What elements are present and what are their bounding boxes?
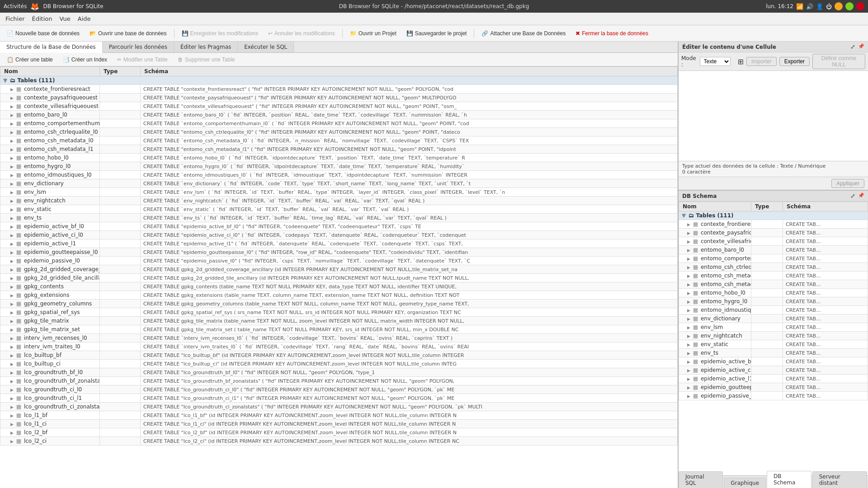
db-schema-row-expand-icon[interactable]: ▶ bbox=[687, 265, 690, 270]
menu-vue[interactable]: Vue bbox=[56, 14, 74, 23]
table-row[interactable]: ▶ ▦ lco_groundtruth_ci_l1 CREATE TABLE "… bbox=[0, 394, 678, 403]
table-row[interactable]: ▶ ▦ lco_l2_bf CREATE TABLE "lco_l2_bf" (… bbox=[0, 428, 678, 437]
mode-select[interactable]: Texte Binaire Null bbox=[700, 57, 731, 66]
row-expand-icon[interactable]: ▶ bbox=[10, 439, 14, 444]
menu-fichier[interactable]: Fichier bbox=[2, 14, 28, 23]
table-row[interactable]: ▶ ▦ lco_groundtruth_bf_l0 CREATE TABLE "… bbox=[0, 368, 678, 377]
row-expand-icon[interactable]: ▶ bbox=[10, 164, 14, 169]
row-expand-icon[interactable]: ▶ bbox=[10, 353, 14, 358]
db-schema-row-expand-icon[interactable]: ▶ bbox=[687, 274, 690, 278]
create-table-button[interactable]: 📋 Créer une table bbox=[3, 55, 57, 64]
row-expand-icon[interactable]: ▶ bbox=[10, 422, 14, 427]
db-schema-row[interactable]: ▶ ▦ entomo_csh_metadata_l1 CREATE TAB... bbox=[679, 280, 868, 289]
db-schema-pin-icon[interactable]: 📌 bbox=[858, 192, 864, 199]
db-schema-expand-tables-icon[interactable]: ▼ bbox=[682, 212, 686, 219]
table-row[interactable]: ▶ ▦ env_ts CREATE TABLE `env_ts` ( `fid`… bbox=[0, 214, 678, 222]
row-expand-icon[interactable]: ▶ bbox=[10, 285, 14, 289]
table-row[interactable]: ▶ ▦ epidemio_goutteepaisse_l0 CREATE TAB… bbox=[0, 248, 678, 257]
tab-db-schema[interactable]: DB Schema bbox=[767, 471, 811, 488]
save-project-button[interactable]: 💾Sauvegarder le projet bbox=[402, 28, 471, 38]
db-schema-row-expand-icon[interactable]: ▶ bbox=[687, 248, 690, 253]
table-row[interactable]: ▶ ▦ lco_groundtruth_ci_zonalstats CREATE… bbox=[0, 403, 678, 411]
db-schema-row-expand-icon[interactable]: ▶ bbox=[687, 231, 690, 235]
table-row[interactable]: ▶ ▦ entomo_csh_metadata_l1 CREATE TABLE … bbox=[0, 145, 678, 154]
row-expand-icon[interactable]: ▶ bbox=[10, 96, 14, 100]
table-row[interactable]: ▶ ▦ epidemio_passive_l0 CREATE TABLE "ep… bbox=[0, 257, 678, 265]
delete-table-button[interactable]: 🗑 Supprimer une Table bbox=[174, 55, 239, 64]
row-expand-icon[interactable]: ▶ bbox=[10, 225, 14, 229]
table-row[interactable]: ▶ ▦ entomo_csh_ctrlequalite_l0 CREATE TA… bbox=[0, 128, 678, 136]
menu-edition[interactable]: Édition bbox=[28, 14, 56, 23]
table-row[interactable]: ▶ ▦ env_static CREATE TABLE `env_static`… bbox=[0, 205, 678, 214]
db-schema-row[interactable]: ▶ ▦ entomo_comportementhumain... CREATE … bbox=[679, 254, 868, 263]
db-schema-row[interactable]: ▶ ▦ contexte_paysafriqueouest CREATE TAB… bbox=[679, 229, 868, 237]
apply-button[interactable]: Appliquer bbox=[831, 179, 864, 188]
db-schema-row[interactable]: ▶ ▦ env_static CREATE TAB... bbox=[679, 340, 868, 349]
db-schema-row-expand-icon[interactable]: ▶ bbox=[687, 351, 690, 356]
row-expand-icon[interactable]: ▶ bbox=[10, 190, 14, 195]
tab-browse[interactable]: Parcourir les données bbox=[103, 42, 174, 52]
table-row[interactable]: ▶ ▦ gpkg_geometry_columns CREATE TABLE g… bbox=[0, 300, 678, 308]
db-schema-row[interactable]: ▶ ▦ entomo_csh_metadata_l0 CREATE TAB... bbox=[679, 272, 868, 280]
row-expand-icon[interactable]: ▶ bbox=[10, 302, 14, 306]
table-row[interactable]: ▶ ▦ epidemio_active_l1 CREATE TABLE "epi… bbox=[0, 239, 678, 248]
db-schema-row-expand-icon[interactable]: ▶ bbox=[687, 360, 690, 364]
db-schema-row[interactable]: ▶ ▦ entomo_hobo_l0 CREATE TAB... bbox=[679, 289, 868, 297]
table-row[interactable]: ▶ ▦ lco_groundtruth_ci_l0 CREATE TABLE "… bbox=[0, 385, 678, 394]
row-expand-icon[interactable]: ▶ bbox=[10, 122, 14, 126]
row-expand-icon[interactable]: ▶ bbox=[10, 199, 14, 203]
db-schema-row-expand-icon[interactable]: ▶ bbox=[687, 368, 690, 373]
row-expand-icon[interactable]: ▶ bbox=[10, 405, 14, 409]
db-schema-row[interactable]: ▶ ▦ env_dictionary CREATE TAB... bbox=[679, 314, 868, 323]
tab-journal-sql[interactable]: Journal SQL bbox=[679, 471, 723, 488]
db-schema-row[interactable]: ▶ ▦ env_nightcatch CREATE TAB... bbox=[679, 332, 868, 340]
row-expand-icon[interactable]: ▶ bbox=[10, 104, 14, 109]
export-button[interactable]: Exporter bbox=[779, 57, 810, 66]
db-schema-row-expand-icon[interactable]: ▶ bbox=[687, 343, 690, 347]
row-expand-icon[interactable]: ▶ bbox=[10, 182, 14, 186]
row-expand-icon[interactable]: ▶ bbox=[10, 319, 14, 324]
row-expand-icon[interactable]: ▶ bbox=[10, 139, 14, 143]
cancel-changes-button[interactable]: ↩Annuler les modifications bbox=[264, 28, 339, 38]
attach-db-button[interactable]: 🔗Attacher une Base de Données bbox=[477, 28, 570, 38]
table-row[interactable]: ▶ ▦ interv_ivm_traites_l0 CREATE TABLE `… bbox=[0, 343, 678, 351]
db-schema-row-expand-icon[interactable]: ▶ bbox=[687, 334, 690, 338]
table-row[interactable]: ▶ ▦ entomo_idmoustiques_l0 CREATE TABLE … bbox=[0, 171, 678, 179]
new-database-button[interactable]: 📄Nouvelle base de données bbox=[3, 28, 84, 38]
row-expand-icon[interactable]: ▶ bbox=[10, 113, 14, 117]
table-row[interactable]: ▶ ▦ entomo_csh_metadata_l0 CREATE TABLE … bbox=[0, 136, 678, 145]
db-schema-row[interactable]: ▶ ▦ epidemio_active_l1 CREATE TAB... bbox=[679, 375, 868, 383]
db-schema-row[interactable]: ▶ ▦ entomo_baro_l0 CREATE TAB... bbox=[679, 246, 868, 254]
row-expand-icon[interactable]: ▶ bbox=[10, 362, 14, 366]
db-schema-row-expand-icon[interactable]: ▶ bbox=[687, 239, 690, 244]
row-expand-icon[interactable]: ▶ bbox=[10, 173, 14, 178]
cell-editor-expand-icon[interactable]: ⤢ bbox=[850, 43, 855, 50]
table-row[interactable]: ▶ ▦ entomo_baro_l0 CREATE TABLE `entomo_… bbox=[0, 111, 678, 119]
row-expand-icon[interactable]: ▶ bbox=[10, 413, 14, 418]
row-expand-icon[interactable]: ▶ bbox=[10, 310, 14, 315]
table-row[interactable]: ▶ ▦ epidemio_active_bf_l0 CREATE TABLE "… bbox=[0, 222, 678, 231]
db-schema-row-expand-icon[interactable]: ▶ bbox=[687, 300, 690, 304]
table-row[interactable]: ▶ ▦ lco_groundtruth_bf_zonalstats CREATE… bbox=[0, 377, 678, 385]
row-expand-icon[interactable]: ▶ bbox=[10, 267, 14, 272]
menu-aide[interactable]: Aide bbox=[74, 14, 94, 23]
table-row[interactable]: ▶ ▦ gpkg_2d_gridded_coverage_an... CREAT… bbox=[0, 265, 678, 274]
row-expand-icon[interactable]: ▶ bbox=[10, 233, 14, 238]
table-row[interactable]: ▶ ▦ entomo_hygro_l0 CREATE TABLE `entomo… bbox=[0, 162, 678, 171]
table-row[interactable]: ▶ ▦ lco_builtup_bf CREATE TABLE "lco_bui… bbox=[0, 351, 678, 360]
row-expand-icon[interactable]: ▶ bbox=[10, 396, 14, 401]
row-expand-icon[interactable]: ▶ bbox=[10, 336, 14, 341]
db-schema-scroll[interactable]: Nom Type Schéma ▼ 🗂 Tables (111) bbox=[679, 202, 868, 475]
db-schema-row-expand-icon[interactable]: ▶ bbox=[687, 385, 690, 390]
db-schema-row-expand-icon[interactable]: ▶ bbox=[687, 377, 690, 381]
table-row[interactable]: ▶ ▦ epidemio_active_ci_l0 CREATE TABLE "… bbox=[0, 231, 678, 239]
create-index-button[interactable]: 📑 Créer un Index bbox=[59, 55, 111, 64]
row-expand-icon[interactable]: ▶ bbox=[10, 345, 14, 349]
row-expand-icon[interactable]: ▶ bbox=[10, 147, 14, 152]
db-schema-row[interactable]: ▶ ▦ contexte_frontieresreact CREATE TAB.… bbox=[679, 220, 868, 229]
db-schema-row[interactable]: ▶ ▦ env_lsm CREATE TAB... bbox=[679, 323, 868, 332]
row-expand-icon[interactable]: ▶ bbox=[10, 87, 14, 92]
table-row[interactable]: ▶ ▦ lco_l1_ci CREATE TABLE "lco_l1_ci" (… bbox=[0, 420, 678, 428]
tab-graphique[interactable]: Graphique bbox=[724, 478, 766, 488]
table-row[interactable]: ▶ ▦ lco_l1_bf CREATE TABLE "lco_l1_bf" (… bbox=[0, 411, 678, 420]
